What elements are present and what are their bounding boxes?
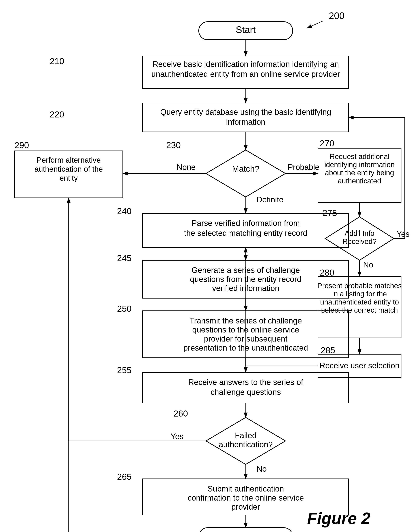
svg-line-1 bbox=[307, 21, 323, 28]
node-275-text1: Add'l Info bbox=[345, 229, 375, 237]
node-220-text: Query entity database using the basic id… bbox=[160, 107, 331, 116]
node-240-text2: the selected matching entity record bbox=[184, 228, 307, 238]
node-250-text3: provider for subsequent bbox=[204, 334, 287, 343]
label-200: 200 bbox=[329, 10, 345, 21]
label-240: 240 bbox=[117, 206, 131, 216]
label-none: None bbox=[177, 163, 196, 171]
node-290-text2: authentication of the bbox=[35, 165, 103, 173]
label-250: 250 bbox=[117, 304, 131, 314]
node-275-text2: Received? bbox=[342, 238, 376, 245]
label-255: 255 bbox=[117, 365, 131, 375]
label-yes-addl: Yes bbox=[396, 229, 410, 238]
label-230: 230 bbox=[166, 140, 181, 150]
node-240-text1: Parse verified information from bbox=[191, 219, 300, 228]
label-260: 260 bbox=[173, 409, 188, 418]
node-255-text2: challenge questions bbox=[211, 388, 281, 397]
label-210: 210 bbox=[50, 56, 64, 66]
node-285-text: Receive user selection bbox=[319, 361, 400, 370]
label-245: 245 bbox=[117, 253, 131, 263]
label-280: 280 bbox=[320, 268, 334, 277]
node-245-text1: Generate a series of challenge bbox=[191, 266, 300, 275]
node-280-text3: unauthenticated entity to bbox=[320, 298, 399, 306]
node-260-text2: authentication? bbox=[219, 440, 273, 449]
start-label: Start bbox=[236, 24, 256, 35]
label-probable: Probable bbox=[288, 163, 319, 171]
label-definite: Definite bbox=[257, 195, 283, 204]
label-yes-auth: Yes bbox=[170, 432, 184, 441]
label-220: 220 bbox=[50, 110, 64, 119]
label-265: 265 bbox=[117, 472, 131, 482]
node-230 bbox=[206, 150, 285, 197]
node-210-text2: unauthenticated entity from an online se… bbox=[151, 70, 340, 78]
node-270-text3: about the entity being bbox=[325, 169, 394, 177]
node-255-text1: Receive answers to the series of bbox=[188, 378, 303, 387]
node-250-text2: questions to the online service bbox=[192, 325, 299, 334]
node-260-text1: Failed bbox=[235, 431, 257, 440]
label-no-auth: No bbox=[257, 465, 267, 473]
node-250-text4: presentation to the unauthenticated bbox=[183, 343, 308, 352]
label-270: 270 bbox=[320, 139, 334, 148]
node-245-text2: questions from the entity record bbox=[190, 275, 301, 284]
figure-label: Figure 2 bbox=[307, 509, 370, 527]
node-250-text1: Transmit the series of challenge bbox=[189, 316, 302, 325]
diagram-container: 200 Start 210 Receive basic identificati… bbox=[0, 0, 413, 532]
node-265-text2: confirmation to the online service bbox=[188, 493, 304, 502]
node-290-text1: Perform alternative bbox=[37, 156, 101, 164]
node-220-text2: information bbox=[226, 117, 265, 126]
node-280-text4: select the correct match bbox=[321, 306, 398, 314]
node-245-text3: verified information bbox=[212, 284, 279, 293]
label-285: 285 bbox=[321, 345, 335, 355]
node-290-text3: entity bbox=[60, 174, 78, 182]
node-230-text: Match? bbox=[232, 164, 259, 173]
node-265-text3: provider bbox=[231, 502, 260, 511]
node-280-text2: in a listing for the bbox=[332, 290, 387, 298]
node-270-text1: Request additional bbox=[329, 152, 389, 161]
node-210-text: Receive basic identification information… bbox=[152, 60, 339, 68]
node-280-text1: Present probable matches bbox=[318, 282, 402, 290]
end-label: End bbox=[237, 530, 254, 532]
label-no-addl: No bbox=[363, 260, 373, 269]
node-270-text2: identifying information bbox=[324, 161, 394, 169]
label-290: 290 bbox=[14, 140, 29, 150]
node-265-text1: Submit authentication bbox=[207, 484, 284, 493]
node-270-text4: authenticated bbox=[338, 177, 381, 185]
